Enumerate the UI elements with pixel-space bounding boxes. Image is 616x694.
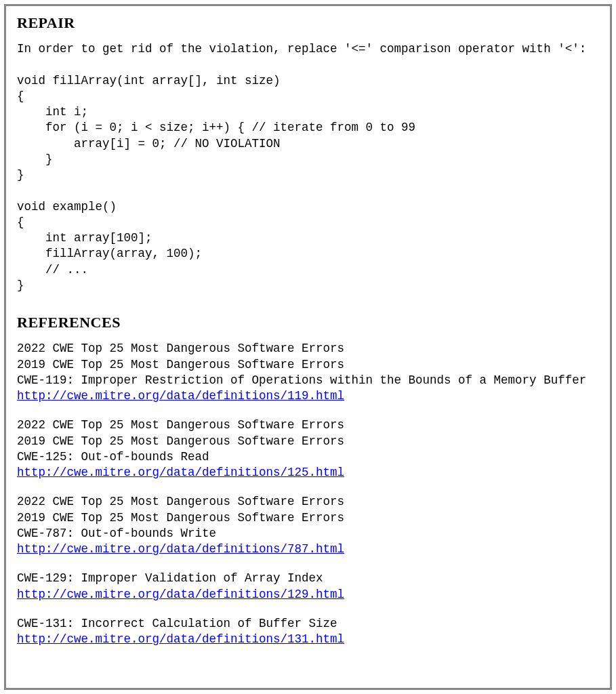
reference-text: CWE-787: Out-of-bounds Write bbox=[17, 526, 599, 542]
repair-heading: REPAIR bbox=[17, 14, 599, 32]
reference-block: 2022 CWE Top 25 Most Dangerous Software … bbox=[17, 341, 599, 404]
reference-text: 2022 CWE Top 25 Most Dangerous Software … bbox=[17, 417, 599, 433]
reference-link[interactable]: http://cwe.mitre.org/data/definitions/12… bbox=[17, 588, 344, 601]
reference-link[interactable]: http://cwe.mitre.org/data/definitions/13… bbox=[17, 632, 344, 646]
reference-text: CWE-119: Improper Restriction of Operati… bbox=[17, 373, 599, 388]
blank-line bbox=[17, 57, 599, 73]
reference-text: 2019 CWE Top 25 Most Dangerous Software … bbox=[17, 510, 599, 526]
document-panel: REPAIR In order to get rid of the violat… bbox=[4, 4, 612, 690]
reference-text: CWE-129: Improper Validation of Array In… bbox=[17, 571, 599, 586]
reference-text: 2019 CWE Top 25 Most Dangerous Software … bbox=[17, 357, 599, 373]
reference-link[interactable]: http://cwe.mitre.org/data/definitions/78… bbox=[17, 542, 344, 556]
repair-intro: In order to get rid of the violation, re… bbox=[17, 41, 599, 57]
reference-block: 2022 CWE Top 25 Most Dangerous Software … bbox=[17, 417, 599, 481]
reference-link[interactable]: http://cwe.mitre.org/data/definitions/12… bbox=[17, 466, 344, 479]
reference-text: 2022 CWE Top 25 Most Dangerous Software … bbox=[17, 341, 599, 356]
reference-link[interactable]: http://cwe.mitre.org/data/definitions/11… bbox=[17, 389, 344, 403]
reference-block: CWE-129: Improper Validation of Array In… bbox=[17, 571, 599, 603]
reference-block: 2022 CWE Top 25 Most Dangerous Software … bbox=[17, 494, 599, 557]
repair-code-block: void fillArray(int array[], int size) { … bbox=[17, 73, 599, 294]
reference-text: 2022 CWE Top 25 Most Dangerous Software … bbox=[17, 494, 599, 510]
reference-text: 2019 CWE Top 25 Most Dangerous Software … bbox=[17, 434, 599, 449]
reference-block: CWE-131: Incorrect Calculation of Buffer… bbox=[17, 616, 599, 648]
references-heading: REFERENCES bbox=[17, 314, 599, 331]
reference-text: CWE-125: Out-of-bounds Read bbox=[17, 449, 599, 465]
reference-text: CWE-131: Incorrect Calculation of Buffer… bbox=[17, 616, 599, 632]
